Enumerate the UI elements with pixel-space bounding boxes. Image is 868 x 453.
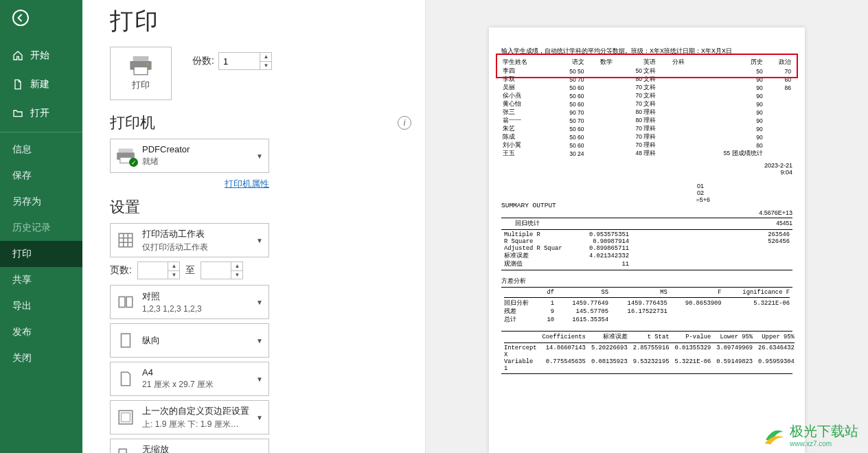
chevron-down-icon: ▼ — [255, 237, 264, 244]
page-title: 打印 — [110, 5, 411, 37]
nav-label: 开始 — [30, 49, 49, 62]
printer-dropdown[interactable]: ✓ PDFCreator 就绪 ▼ — [110, 139, 269, 173]
nav-label: 保存 — [12, 170, 32, 182]
nav-label: 关闭 — [12, 352, 32, 364]
svg-point-4 — [147, 63, 149, 65]
chevron-down-icon: ▼ — [255, 414, 264, 421]
scaling-dropdown[interactable]: 100 无缩放打印实际大小的工作表 ▼ — [110, 439, 269, 453]
pdf-printer-icon: ✓ — [115, 146, 137, 165]
chevron-down-icon: ▼ — [255, 375, 264, 383]
margins-icon — [115, 408, 137, 426]
timestamp: 2023-2-21 9:04 — [501, 162, 792, 176]
chevron-down-icon: ▼ — [255, 152, 264, 160]
back-button[interactable] — [0, 0, 82, 41]
page-icon — [115, 370, 137, 388]
chevron-down-icon[interactable]: ▼ — [260, 62, 272, 71]
regression-stats-label: 回归统计 — [515, 220, 540, 228]
home-icon — [12, 50, 23, 61]
portrait-icon — [115, 332, 137, 349]
pages-to-label: 至 — [185, 264, 195, 277]
nav-label: 信息 — [12, 143, 32, 156]
chevron-up-icon[interactable]: ▲ — [260, 52, 272, 62]
copies-spinner[interactable]: ▲▼ — [260, 52, 272, 70]
summary-output-label: SUMMARY OUTPUT — [501, 202, 556, 209]
copies-label: 份数: — [192, 55, 214, 67]
svg-rect-10 — [126, 297, 133, 307]
svg-rect-5 — [119, 149, 133, 153]
print-settings-pane: 打印 打印 份数: ▲▼ 打印机 i — [82, 0, 426, 453]
nav-export[interactable]: 导出 — [0, 293, 82, 319]
pages-range: 页数: ▲▼ 至 ▲▼ — [110, 262, 411, 279]
margins-dropdown[interactable]: 上一次的自定义页边距设置上: 1.9 厘米 下: 1.9 厘米… ▼ — [110, 400, 269, 434]
svg-rect-14 — [119, 449, 126, 453]
ready-check-icon: ✓ — [129, 158, 138, 167]
printer-properties-link[interactable]: 打印机属性 — [225, 178, 269, 189]
collate-icon — [115, 293, 137, 311]
nav-share[interactable]: 共享 — [0, 267, 82, 293]
nav-label: 共享 — [12, 274, 32, 286]
print-what-dropdown[interactable]: 打印活动工作表仅打印活动工作表 ▼ — [110, 223, 269, 257]
print-preview-area: 输入学生成绩，自动统计学科的平均分等数据。班级：X年X班统计日期：X年X月X日 … — [426, 0, 868, 453]
svg-rect-9 — [119, 297, 125, 307]
paper-size-dropdown[interactable]: A421 厘米 x 29.7 厘米 ▼ — [110, 362, 269, 396]
collate-dropdown[interactable]: 对照1,2,3 1,2,3 1,2,3 ▼ — [110, 285, 269, 319]
anova-label: 方差分析 — [501, 277, 792, 286]
nav-label: 另存为 — [12, 196, 41, 208]
nav-home[interactable]: 开始 — [0, 41, 82, 70]
nav-publish[interactable]: 发布 — [0, 319, 82, 345]
scale-icon: 100 — [115, 447, 137, 453]
printer-section-title: 打印机 — [110, 113, 155, 133]
nav-label: 发布 — [12, 326, 32, 338]
printer-icon — [129, 56, 152, 76]
copies-field: 份数: ▲▼ — [192, 52, 272, 70]
svg-point-0 — [13, 10, 28, 25]
settings-section-title: 设置 — [110, 197, 140, 218]
nav-label: 历史记录 — [12, 222, 51, 234]
nav-save[interactable]: 保存 — [0, 163, 82, 189]
new-file-icon — [12, 79, 23, 90]
printer-name: PDFCreator — [142, 144, 249, 154]
regression-table: Multiple R0.953575351263546R Square0.909… — [501, 231, 792, 268]
printer-info-icon[interactable]: i — [398, 116, 411, 130]
svg-rect-13 — [122, 413, 130, 422]
orientation-dropdown[interactable]: 纵向 ▼ — [110, 323, 269, 358]
nav-print[interactable]: 打印 — [0, 241, 82, 267]
anova-table: dfSSMSFignificance F回归分析11459.776491459.… — [501, 289, 792, 324]
sheet-icon — [115, 231, 137, 249]
nav-new[interactable]: 新建 — [0, 70, 82, 99]
chevron-down-icon: ▼ — [255, 299, 264, 306]
nav-history[interactable]: 历史记录 — [0, 215, 82, 241]
print-button[interactable]: 打印 — [110, 47, 172, 100]
preview-page: 输入学生成绩，自动统计学科的平均分等数据。班级：X年X班统计日期：X年X月X日 … — [489, 27, 805, 453]
coefficients-table: Coefficients标准误差t StatP-valueLower 95%Up… — [501, 333, 797, 372]
pages-from-label: 页数: — [110, 264, 132, 277]
svg-rect-8 — [119, 233, 133, 247]
nav-label: 打印 — [12, 248, 32, 260]
open-folder-icon — [12, 108, 23, 119]
nav-saveas[interactable]: 另存为 — [0, 189, 82, 215]
svg-rect-11 — [122, 334, 130, 347]
student-table: 学生姓名语文数学英语分科历史政治 李四50 5050 文科5070李双50 70… — [501, 58, 792, 158]
nav-open[interactable]: 打开 — [0, 99, 82, 128]
nav-label: 导出 — [12, 300, 32, 312]
nav-label: 打开 — [30, 107, 49, 119]
svg-rect-3 — [134, 67, 148, 74]
svg-rect-1 — [133, 56, 149, 61]
nav-label: 新建 — [30, 78, 49, 91]
printer-status: 就绪 — [142, 156, 249, 167]
chevron-down-icon: ▼ — [255, 337, 264, 345]
sheet-title: 输入学生成绩，自动统计学科的平均分等数据。班级：X年X班统计日期：X年X月X日 — [501, 47, 792, 56]
nav-info[interactable]: 信息 — [0, 137, 82, 163]
nav-close[interactable]: 关闭 — [0, 345, 82, 371]
backstage-sidebar: 开始 新建 打开 信息 保存 另存为 历史记录 打印 共享 导出 发布 关闭 — [0, 0, 82, 453]
print-button-label: 打印 — [132, 79, 150, 91]
